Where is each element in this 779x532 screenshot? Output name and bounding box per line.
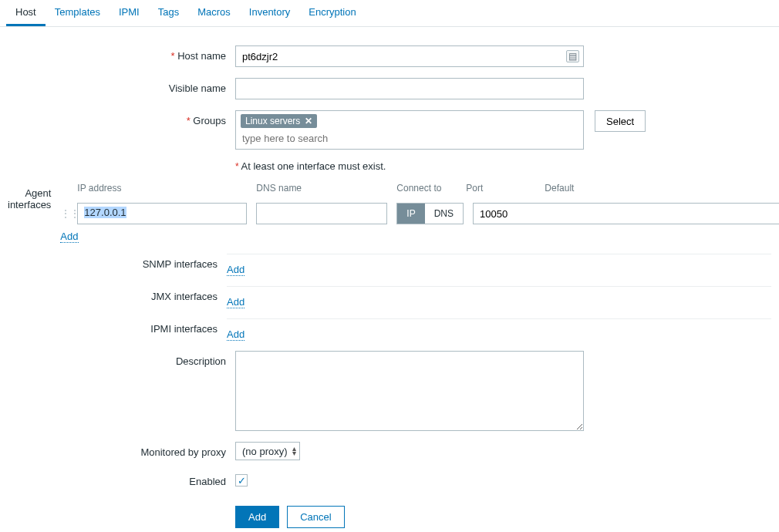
- proxy-value: (no proxy): [242, 446, 288, 457]
- group-tag[interactable]: Linux servers ✕: [241, 114, 317, 128]
- group-tag-label: Linux servers: [245, 116, 300, 126]
- add-button[interactable]: Add: [235, 506, 279, 528]
- agent-port-input[interactable]: [473, 203, 779, 224]
- label-visible-name: Visible name: [8, 78, 235, 94]
- header-port: Port: [466, 183, 535, 194]
- agent-ip-input[interactable]: [77, 203, 247, 224]
- tab-templates[interactable]: Templates: [46, 0, 110, 26]
- autofill-icon: ▤: [566, 50, 579, 62]
- tab-tags[interactable]: Tags: [149, 0, 188, 26]
- drag-handle-icon[interactable]: ⋮⋮: [60, 207, 68, 220]
- host-name-input[interactable]: [235, 45, 584, 67]
- tab-ipmi[interactable]: IPMI: [110, 0, 149, 26]
- group-tag-remove-icon[interactable]: ✕: [305, 116, 312, 126]
- jmx-add-link[interactable]: Add: [227, 296, 244, 308]
- label-groups: Groups: [8, 110, 235, 126]
- label-agent-interfaces: Agent interfaces: [8, 183, 60, 210]
- groups-input[interactable]: Linux servers ✕: [235, 110, 584, 150]
- interface-header: IP address DNS name Connect to Port Defa…: [60, 183, 779, 194]
- select-caret-icon: ▴▾: [292, 446, 296, 456]
- tab-bar: Host Templates IPMI Tags Macros Inventor…: [0, 0, 779, 27]
- cancel-button[interactable]: Cancel: [287, 506, 344, 528]
- label-snmp-interfaces: SNMP interfaces: [8, 254, 227, 270]
- host-form: Host name ▤ Visible name Groups Linux se…: [0, 27, 779, 532]
- agent-dns-input[interactable]: [256, 203, 387, 224]
- label-proxy: Monitored by proxy: [8, 442, 235, 458]
- description-textarea[interactable]: [235, 351, 584, 431]
- agent-interface-row: ⋮⋮ 127.0.0.1 IP DNS Remove: [60, 203, 779, 224]
- header-dns: DNS name: [256, 183, 387, 194]
- interface-note: * At least one interface must exist.: [235, 160, 771, 172]
- connect-to-toggle: IP DNS: [396, 203, 464, 224]
- visible-name-input[interactable]: [235, 78, 584, 99]
- header-connect: Connect to: [396, 183, 457, 194]
- header-default: Default: [545, 183, 591, 194]
- groups-search-input[interactable]: [241, 131, 578, 146]
- ipmi-add-link[interactable]: Add: [227, 328, 244, 341]
- label-host-name: Host name: [8, 45, 235, 62]
- snmp-add-link[interactable]: Add: [227, 264, 244, 276]
- groups-select-button[interactable]: Select: [595, 110, 646, 132]
- tab-encryption[interactable]: Encryption: [299, 0, 365, 26]
- label-description: Description: [8, 351, 235, 367]
- label-enabled: Enabled: [8, 471, 235, 487]
- connect-dns-button[interactable]: DNS: [425, 204, 463, 224]
- enabled-checkbox[interactable]: ✓: [235, 474, 248, 487]
- label-jmx-interfaces: JMX interfaces: [8, 286, 227, 302]
- label-ipmi-interfaces: IPMI interfaces: [8, 318, 227, 335]
- proxy-select[interactable]: (no proxy) ▴▾: [235, 442, 300, 460]
- tab-host[interactable]: Host: [6, 0, 46, 26]
- tab-macros[interactable]: Macros: [188, 0, 240, 26]
- header-ip: IP address: [77, 183, 247, 194]
- agent-add-link[interactable]: Add: [60, 231, 78, 243]
- tab-inventory[interactable]: Inventory: [240, 0, 299, 26]
- connect-ip-button[interactable]: IP: [397, 204, 424, 224]
